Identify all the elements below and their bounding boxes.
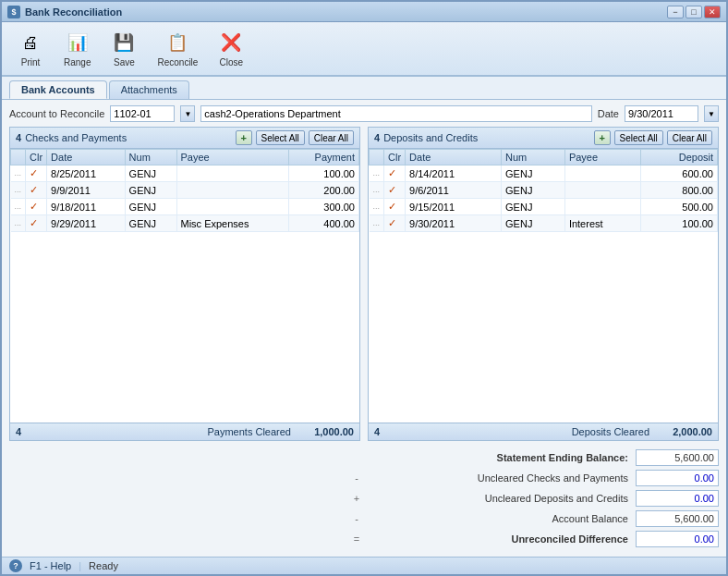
account-balance-prefix: - xyxy=(351,513,362,524)
row-clr: ✓ xyxy=(26,182,47,199)
row-clr: ✓ xyxy=(384,182,406,199)
row-indicator: ··· xyxy=(11,215,26,232)
account-row: Account to Reconcile ▼ Date ▼ xyxy=(9,105,719,122)
account-label: Account to Reconcile xyxy=(9,108,104,119)
row-payment: 100.00 xyxy=(288,165,358,182)
difference-label: Unreconciled Difference xyxy=(370,533,628,545)
save-icon: 💾 xyxy=(111,30,137,55)
uncleared-deposits-row: + Uncleared Deposits and Credits xyxy=(9,490,719,507)
checks-table-row[interactable]: ··· ✓ 9/18/2011 GENJ 300.00 xyxy=(11,199,359,215)
checks-col-payment: Payment xyxy=(288,150,358,165)
help-icon[interactable]: ? xyxy=(9,559,22,572)
account-balance-label: Account Balance xyxy=(370,513,628,524)
deposits-table-row[interactable]: ··· ✓ 9/30/2011 GENJ Interest 100.00 xyxy=(370,215,718,232)
row-num: GENJ xyxy=(125,182,176,199)
close-toolbar-icon: ❌ xyxy=(218,30,244,55)
save-button[interactable]: 💾 Save xyxy=(103,26,145,71)
account-balance-value[interactable] xyxy=(636,510,719,527)
account-name-input[interactable] xyxy=(200,105,591,122)
uncleared-deposits-value[interactable] xyxy=(636,490,719,507)
checks-clear-all-button[interactable]: Clear All xyxy=(309,130,354,145)
row-indicator: ··· xyxy=(11,199,26,215)
title-bar: $ Bank Reconciliation − □ ✕ xyxy=(2,2,726,22)
deposits-table: Clr Date Num Payee Deposit ··· ✓ 8/14/20… xyxy=(369,149,718,232)
uncleared-checks-row: - Uncleared Checks and Payments xyxy=(9,470,719,486)
checks-title: Checks and Payments xyxy=(25,132,231,143)
ending-balance-label: Statement Ending Balance: xyxy=(370,452,628,463)
checks-col-date: Date xyxy=(47,150,126,165)
status-bar: ? F1 - Help | Ready xyxy=(2,557,726,574)
deposits-table-row[interactable]: ··· ✓ 9/15/2011 GENJ 500.00 xyxy=(370,199,718,215)
range-label: Range xyxy=(64,57,91,67)
deposits-table-area: Clr Date Num Payee Deposit ··· ✓ 8/14/20… xyxy=(369,149,718,423)
row-num: GENJ xyxy=(125,199,176,215)
summary-area: Statement Ending Balance: - Uncleared Ch… xyxy=(9,446,719,551)
checks-panel: 4 Checks and Payments + Select All Clear… xyxy=(9,127,360,441)
tab-attachments[interactable]: Attachments xyxy=(109,80,189,99)
close-toolbar-label: Close xyxy=(220,57,244,67)
row-date: 9/9/2011 xyxy=(47,182,126,199)
row-date: 9/30/2011 xyxy=(406,215,502,232)
difference-value[interactable] xyxy=(636,531,719,547)
deposits-col-date: Date xyxy=(406,150,502,165)
checks-select-all-button[interactable]: Select All xyxy=(256,130,305,145)
row-clr: ✓ xyxy=(384,199,406,215)
deposits-clear-all-button[interactable]: Clear All xyxy=(667,130,712,145)
print-icon: 🖨 xyxy=(18,30,43,55)
ending-balance-value[interactable] xyxy=(636,449,719,466)
row-deposit: 500.00 xyxy=(640,199,717,215)
deposits-table-row[interactable]: ··· ✓ 9/6/2011 GENJ 800.00 xyxy=(370,182,718,199)
main-content: Account to Reconcile ▼ Date ▼ 4 Checks a… xyxy=(2,100,726,557)
deposits-table-row[interactable]: ··· ✓ 8/14/2011 GENJ 600.00 xyxy=(370,165,718,182)
deposits-footer-label: Deposits Cleared xyxy=(572,426,649,437)
deposits-count: 4 xyxy=(374,132,380,143)
panels-area: 4 Checks and Payments + Select All Clear… xyxy=(9,127,719,441)
close-button[interactable]: ✕ xyxy=(704,6,721,18)
account-dropdown-button[interactable]: ▼ xyxy=(180,105,195,122)
checks-table-row[interactable]: ··· ✓ 9/29/2011 GENJ Misc Expenses 400.0… xyxy=(11,215,359,232)
date-dropdown-button[interactable]: ▼ xyxy=(704,105,719,122)
row-indicator: ··· xyxy=(370,165,384,182)
deposits-title: Deposits and Credits xyxy=(383,132,589,143)
row-num: GENJ xyxy=(125,215,176,232)
row-indicator: ··· xyxy=(370,182,384,199)
row-date: 9/18/2011 xyxy=(47,199,126,215)
toolbar: 🖨 Print 📊 Range 💾 Save 📋 Reconcile ❌ Clo… xyxy=(2,22,726,77)
print-button[interactable]: 🖨 Print xyxy=(9,26,52,71)
status-text: Ready xyxy=(89,560,118,571)
account-balance-row: - Account Balance xyxy=(9,510,719,527)
window-controls: − □ ✕ xyxy=(667,6,721,18)
print-label: Print xyxy=(21,57,41,67)
help-label[interactable]: F1 - Help xyxy=(30,560,71,571)
uncleared-checks-prefix: - xyxy=(351,472,362,484)
row-num: GENJ xyxy=(502,165,565,182)
reconcile-label: Reconcile xyxy=(157,57,198,67)
minimize-button[interactable]: − xyxy=(667,6,684,18)
row-clr: ✓ xyxy=(26,165,47,182)
close-toolbar-button[interactable]: ❌ Close xyxy=(210,26,252,71)
checks-panel-header: 4 Checks and Payments + Select All Clear… xyxy=(10,128,359,149)
checks-count: 4 xyxy=(16,132,21,143)
checks-table-row[interactable]: ··· ✓ 9/9/2011 GENJ 200.00 xyxy=(11,182,359,199)
range-button[interactable]: 📊 Range xyxy=(55,26,99,71)
account-number-input[interactable] xyxy=(110,105,175,122)
tab-bank-accounts[interactable]: Bank Accounts xyxy=(9,80,107,99)
checks-table-row[interactable]: ··· ✓ 8/25/2011 GENJ 100.00 xyxy=(11,165,359,182)
range-icon: 📊 xyxy=(65,30,91,55)
uncleared-deposits-prefix: + xyxy=(351,493,362,504)
deposits-col-num: Num xyxy=(502,150,565,165)
row-num: GENJ xyxy=(502,182,565,199)
main-window: $ Bank Reconciliation − □ ✕ 🖨 Print 📊 Ra… xyxy=(0,0,728,576)
checks-table: Clr Date Num Payee Payment ··· ✓ 8/25/20… xyxy=(10,149,359,232)
deposits-add-button[interactable]: + xyxy=(594,130,611,145)
row-indicator: ··· xyxy=(11,182,26,199)
uncleared-checks-value[interactable] xyxy=(636,470,719,486)
row-deposit: 600.00 xyxy=(640,165,717,182)
checks-add-button[interactable]: + xyxy=(236,130,252,145)
row-payment: 400.00 xyxy=(288,215,358,232)
maximize-button[interactable]: □ xyxy=(686,6,702,18)
deposits-select-all-button[interactable]: Select All xyxy=(614,130,663,145)
reconcile-button[interactable]: 📋 Reconcile xyxy=(149,26,206,71)
row-num: GENJ xyxy=(502,199,565,215)
date-input[interactable] xyxy=(625,105,698,122)
